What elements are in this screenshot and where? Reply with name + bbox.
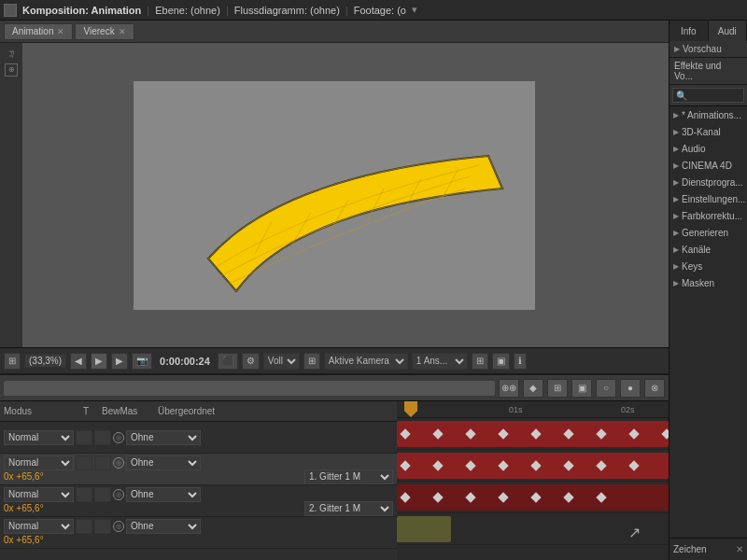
effect-item-dienst[interactable]: ▶ Dienstprogra... (669, 174, 747, 190)
tl-btn-1[interactable]: ⊕⊕ (499, 379, 519, 398)
tl-btn-2[interactable]: ◆ (523, 379, 543, 398)
layer4-bm-input[interactable] (94, 519, 111, 534)
close-animation-tab[interactable]: ✕ (57, 27, 64, 36)
info-btn[interactable]: ℹ (514, 353, 527, 370)
canvas-area: Fr ⊕ (0, 43, 669, 347)
expand-btn[interactable]: ⊞ (472, 353, 488, 370)
top-sep2: | (226, 5, 229, 16)
close-viereck-tab[interactable]: ✕ (119, 27, 126, 36)
layer1-t-input[interactable] (76, 430, 92, 445)
render-btn[interactable]: ▣ (492, 353, 510, 370)
layer3-bm-input[interactable] (94, 487, 111, 502)
playhead-indicator (404, 401, 417, 417)
tl-btn-5[interactable]: ○ (596, 379, 616, 398)
tl-btn-6[interactable]: ● (620, 379, 641, 398)
kf-2-1 (400, 460, 410, 470)
kf-2-7 (596, 460, 606, 470)
effect-item-animations[interactable]: ▶ * Animations... (669, 106, 747, 123)
track-3[interactable] (397, 482, 669, 513)
timeline-scrollbar[interactable] (4, 381, 495, 396)
kf-3-1 (400, 492, 410, 502)
ram-preview-btn[interactable]: ⬛ (218, 353, 238, 370)
fit-button[interactable]: ⊞ (4, 353, 21, 370)
top-sep1: | (147, 5, 149, 16)
timeline-tracks[interactable]: 01s 02s (397, 401, 669, 560)
flow-title: Flussdiagramm: (ohne) (234, 5, 340, 16)
play-btn[interactable]: ▶ (91, 353, 107, 370)
effect-item-audio[interactable]: ▶ Audio (669, 140, 747, 157)
bewmas-header: BewMas (102, 406, 158, 416)
left-panel: Animation ✕ Viereck ✕ Fr ⊕ (0, 21, 669, 560)
view-select[interactable]: 1 Ans... (412, 353, 468, 370)
comp-tabs: Animation ✕ Viereck ✕ (0, 21, 669, 43)
effects-section-header[interactable]: Effekte und Vo... (669, 58, 747, 85)
tl-btn-7[interactable]: ⊗ (644, 379, 665, 398)
layers-header: Modus T BewMas Übergeordnet (0, 401, 397, 422)
zoom-display[interactable]: (33,3%) (24, 354, 66, 368)
layer2-gitter-select[interactable]: 1. Gitter 1 M (304, 469, 393, 484)
track-bar-1 (397, 421, 669, 447)
effect-item-3d[interactable]: ▶ 3D-Kanal (669, 123, 747, 140)
layer1-bm-input[interactable] (94, 430, 111, 445)
kf-3-3 (465, 492, 475, 502)
next-frame-btn[interactable]: ▶ (111, 353, 128, 370)
prev-frame-btn[interactable]: ◀ (70, 353, 87, 370)
capture-btn[interactable]: 📷 (132, 353, 152, 370)
track-1[interactable] (397, 418, 669, 450)
timecode-display[interactable]: 0:00:00:24 (156, 356, 214, 367)
track-2[interactable] (397, 450, 669, 482)
layer2-parent-select[interactable]: Ohne (126, 455, 201, 470)
controls-bar: ⊞ (33,3%) ◀ ▶ ▶ 📷 0:00:00:24 ⬛ ⚙ Voll ⊞ … (0, 347, 669, 373)
layer3-parent-select[interactable]: Ohne (126, 487, 201, 502)
effects-search-input[interactable] (672, 88, 744, 103)
layer3-parent-icon[interactable]: ◎ (113, 489, 124, 500)
right-tabs: Info Audi (669, 21, 747, 41)
layer2-mode-select[interactable]: Normal (4, 455, 74, 470)
kf-1-8 (628, 428, 639, 439)
layer2-bm-input[interactable] (94, 455, 111, 470)
kf-3-2 (432, 492, 443, 502)
tab-info[interactable]: Info (669, 21, 709, 41)
layer3-mode-select[interactable]: Normal (4, 487, 74, 502)
vorschau-section[interactable]: ▶ Vorschau (669, 41, 747, 58)
layer1-mode-select[interactable]: Normal (4, 430, 74, 445)
effect-item-cinema4d[interactable]: ▶ CINEMA 4D (669, 157, 747, 174)
layer4-t-input[interactable] (76, 519, 92, 534)
footage-title: Footage: (o (354, 5, 406, 16)
quality-select[interactable]: Voll (263, 353, 300, 370)
tl-btn-4[interactable]: ▣ (571, 379, 592, 398)
layer1-parent-select[interactable]: Ohne (126, 430, 201, 445)
zeichen-title-row: Zeichen ✕ (673, 542, 743, 556)
effects-list: ▶ * Animations... ▶ 3D-Kanal ▶ Audio ▶ C… (669, 106, 747, 538)
grid-toggle[interactable]: ⊞ (303, 353, 320, 370)
t-header: T (83, 406, 102, 416)
effect-item-kanaele[interactable]: ▶ Kanäle (669, 241, 747, 258)
effect-item-masken[interactable]: ▶ Masken (669, 274, 747, 291)
tab-viereck[interactable]: Viereck ✕ (75, 23, 134, 40)
effect-item-gen[interactable]: ▶ Generieren (669, 224, 747, 241)
effects-label: Effekte und Vo... (674, 61, 742, 81)
tab-audi[interactable]: Audi (709, 21, 748, 41)
effect-item-einst[interactable]: ▶ Einstellungen... (669, 190, 747, 207)
layer4-mode-select[interactable]: Normal (4, 519, 74, 534)
tools-label: Fr (7, 50, 16, 58)
layer3-gitter-select[interactable]: 2. Gitter 1 M (304, 501, 393, 516)
toggle-btn[interactable]: ⚙ (242, 353, 260, 370)
layer3-t-input[interactable] (76, 487, 92, 502)
layer4-parent-select[interactable]: Ohne (126, 519, 201, 534)
layer2-t-input[interactable] (76, 455, 92, 470)
tool-icon[interactable]: ⊕ (5, 63, 18, 77)
effect-item-farb[interactable]: ▶ Farbkorrektu... (669, 207, 747, 224)
tab-animation[interactable]: Animation ✕ (4, 23, 73, 40)
kf-2-8 (628, 460, 639, 470)
layer1-parent-icon[interactable]: ◎ (113, 432, 124, 443)
layer2-parent-icon[interactable]: ◎ (113, 457, 124, 469)
zeichen-close[interactable]: ✕ (736, 544, 743, 554)
camera-select[interactable]: Aktive Kamera (324, 353, 408, 370)
layer4-parent-icon[interactable]: ◎ (113, 521, 124, 532)
effect-item-keys[interactable]: ▶ Keys (669, 258, 747, 274)
kf-1-9 (661, 428, 669, 439)
banana-svg (134, 81, 535, 310)
tl-btn-3[interactable]: ⊞ (547, 379, 568, 398)
layer-row-3: Normal ◎ Ohne 0x +65,6° (0, 485, 397, 517)
